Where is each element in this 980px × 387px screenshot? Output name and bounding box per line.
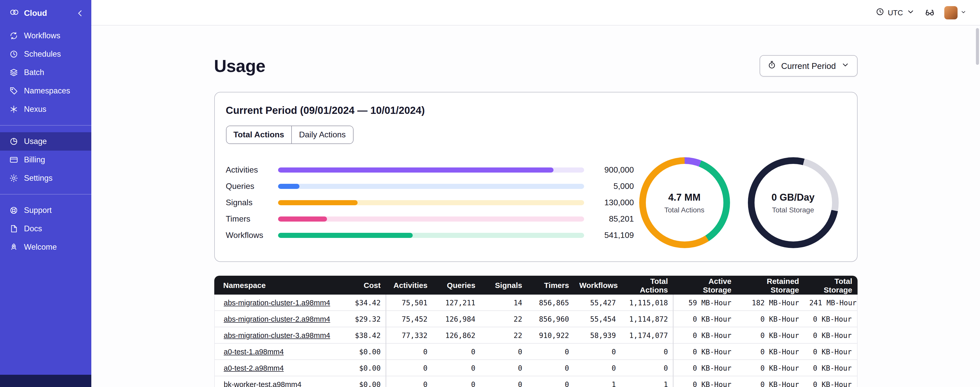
bar-fill <box>278 168 553 173</box>
namespace-link[interactable]: a0-test-1.a98mm4 <box>224 347 284 356</box>
period-selector-button[interactable]: Current Period <box>760 55 857 77</box>
table-cell: 0 KB-Hour <box>737 311 804 327</box>
table-cell: 0 KB-Hour <box>673 376 737 387</box>
sidebar-item-label: Schedules <box>24 50 61 59</box>
bar-fill <box>278 233 412 238</box>
bar-value: 85,201 <box>590 214 634 224</box>
table-cell: 241 MB-Hour <box>804 294 857 311</box>
sidebar-item-schedules[interactable]: Schedules <box>0 45 91 63</box>
usage-icon <box>9 137 18 146</box>
column-header-activities: Activities <box>386 276 433 294</box>
usage-bar-row: Signals130,000 <box>226 195 634 211</box>
sidebar-item-label: Support <box>24 206 52 215</box>
bar-fill <box>278 200 357 205</box>
sidebar-item-docs[interactable]: Docs <box>0 219 91 238</box>
sidebar-item-workflows[interactable]: Workflows <box>0 27 91 45</box>
sidebar-item-label: Usage <box>24 137 47 146</box>
column-header-cost: Cost <box>339 276 386 294</box>
namespace-link[interactable]: abs-migration-cluster-3.a98mm4 <box>224 331 330 339</box>
sidebar-footer <box>0 375 91 387</box>
column-header-workflows: Workflows <box>574 276 621 294</box>
table-cell: 0 KB-Hour <box>804 327 857 344</box>
bar-value: 900,000 <box>590 165 634 174</box>
table-cell: 1 <box>574 376 621 387</box>
sidebar-item-nexus[interactable]: Nexus <box>0 100 91 118</box>
topbar: UTC <box>91 0 980 26</box>
sidebar-item-usage[interactable]: Usage <box>0 132 91 150</box>
chevron-down-icon <box>906 7 915 18</box>
sidebar-item-welcome[interactable]: Welcome <box>0 238 91 256</box>
sidebar-item-billing[interactable]: Billing <box>0 150 91 169</box>
bar-value: 5,000 <box>590 182 634 191</box>
table-cell: 126,984 <box>433 311 480 327</box>
bar-value: 541,109 <box>590 231 634 240</box>
batch-icon <box>9 68 18 77</box>
table-row: a0-test-1.a98mm4$0.000000000 KB-Hour0 KB… <box>214 344 857 360</box>
namespace-link[interactable]: a0-test-2.a98mm4 <box>224 364 284 372</box>
bar-track <box>278 233 584 238</box>
table-cell: 1,114,872 <box>621 311 673 327</box>
table-cell: 0 <box>527 360 574 376</box>
total-actions-label: Total Actions <box>664 205 704 214</box>
table-cell: 910,922 <box>527 327 574 344</box>
table-cell: 0 KB-Hour <box>737 327 804 344</box>
table-cell: 0 <box>574 360 621 376</box>
usage-donuts: 4.7 MM Total Actions 0 GB/Day Total Stor… <box>639 157 846 248</box>
timezone-selector[interactable]: UTC <box>875 7 915 18</box>
schedules-icon <box>9 50 18 59</box>
table-row: bk-worker-test.a98mm4$0.000000110 KB-Hou… <box>214 376 857 387</box>
chevron-down-icon <box>960 8 967 17</box>
usage-charts: Activities900,000Queries5,000Signals130,… <box>226 157 846 248</box>
collapse-sidebar-button[interactable] <box>75 8 85 18</box>
sidebar-item-namespaces[interactable]: Namespaces <box>0 82 91 100</box>
sidebar-item-label: Namespaces <box>24 86 70 96</box>
table-cell: 0 <box>574 344 621 360</box>
sidebar-item-label: Welcome <box>24 243 57 252</box>
namespace-link[interactable]: abs-migration-cluster-2.a98mm4 <box>224 315 330 323</box>
sidebar-item-label: Workflows <box>24 31 60 40</box>
table-cell: $34.42 <box>339 294 386 311</box>
sidebar-divider <box>0 125 91 126</box>
usage-bar-chart: Activities900,000Queries5,000Signals130,… <box>226 162 634 243</box>
table-cell: 127,211 <box>433 294 480 311</box>
app-window: Cloud WorkflowsSchedulesBatchNamespacesN… <box>0 0 980 387</box>
table-cell: 0 <box>386 376 433 387</box>
bar-label: Signals <box>226 198 273 207</box>
bar-fill <box>278 184 299 189</box>
table-cell: 0 KB-Hour <box>673 311 737 327</box>
page-header: Usage Current Period <box>214 55 857 77</box>
sidebar-item-label: Billing <box>24 155 45 165</box>
tab-daily-actions[interactable]: Daily Actions <box>291 126 353 144</box>
table-row: abs-migration-cluster-3.a98mm4$38.4277,3… <box>214 327 857 344</box>
sidebar-item-batch[interactable]: Batch <box>0 63 91 82</box>
table-cell: 1 <box>621 376 673 387</box>
sidebar-item-settings[interactable]: Settings <box>0 169 91 187</box>
table-cell: 0 KB-Hour <box>673 327 737 344</box>
scrollbar-thumb[interactable] <box>976 28 979 65</box>
table-row: abs-migration-cluster-1.a98mm4$34.4275,5… <box>214 294 857 311</box>
table-cell: $0.00 <box>339 360 386 376</box>
usage-bar-row: Activities900,000 <box>226 162 634 178</box>
donut-center: 0 GB/Day Total Storage <box>748 157 838 248</box>
sidebar-item-support[interactable]: Support <box>0 201 91 219</box>
table-cell: 0 KB-Hour <box>804 311 857 327</box>
sidebar-divider <box>0 194 91 195</box>
bar-label: Workflows <box>226 231 273 240</box>
table-cell: 59 MB-Hour <box>673 294 737 311</box>
account-menu[interactable] <box>944 6 967 19</box>
table-cell: $29.32 <box>339 311 386 327</box>
welcome-icon <box>9 243 18 252</box>
tab-total-actions[interactable]: Total Actions <box>226 126 291 144</box>
table-cell: 77,332 <box>386 327 433 344</box>
usage-bar-row: Timers85,201 <box>226 211 634 227</box>
namespace-link[interactable]: abs-migration-cluster-1.a98mm4 <box>224 298 330 307</box>
table-cell: 0 KB-Hour <box>737 360 804 376</box>
bar-label: Timers <box>226 214 273 224</box>
namespace-link[interactable]: bk-worker-test.a98mm4 <box>224 380 302 387</box>
table-cell: 0 KB-Hour <box>737 344 804 360</box>
table-cell: 75,452 <box>386 311 433 327</box>
glasses-icon[interactable] <box>924 7 935 18</box>
table-cell: 1,174,077 <box>621 327 673 344</box>
table-cell: 75,501 <box>386 294 433 311</box>
table-cell: 22 <box>480 327 528 344</box>
